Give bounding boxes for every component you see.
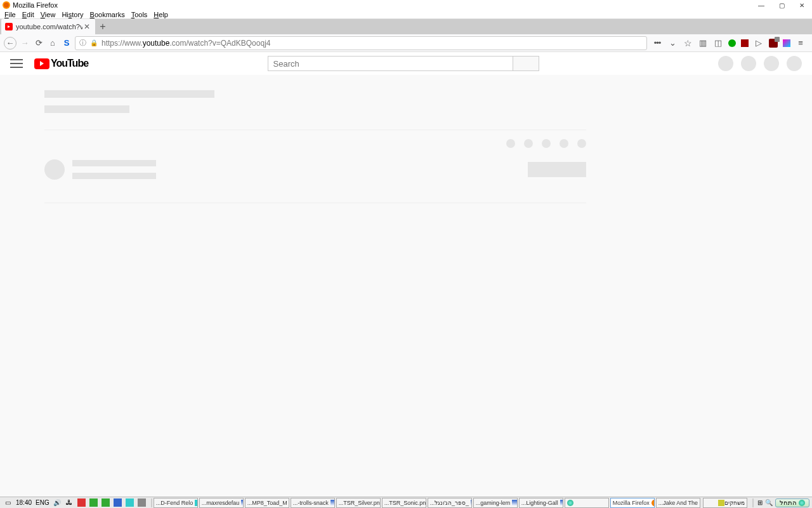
youtube-search-button[interactable] (513, 56, 539, 71)
extension-green-icon[interactable] (728, 39, 736, 47)
sidebar-icon[interactable]: ◫ (713, 38, 723, 48)
tray-clock[interactable]: 18:40 (16, 499, 32, 506)
taskbar-item[interactable]: ...TSR_Sonic.pn (382, 498, 426, 508)
divider (44, 203, 586, 203)
tabbar: youtube.com/watch?v=QAdK ✕ + (0, 19, 812, 34)
skeleton-circle (787, 56, 802, 71)
tray-language[interactable]: ENG (36, 499, 49, 506)
youtube-search (268, 56, 539, 71)
windows-taskbar: ▭ 18:40 ENG 🔊 🖧 ...D-Fend Relo ...maxres… (0, 497, 812, 508)
tray-icon[interactable] (89, 498, 98, 507)
tray-network-icon[interactable]: 🖧 (65, 498, 74, 507)
maximize-button[interactable]: ▢ (771, 0, 792, 10)
lock-icon: 🔒 (90, 39, 98, 46)
skeleton-avatar (44, 159, 65, 180)
menu-bookmarks[interactable]: Bookmarks (87, 11, 128, 18)
new-tab-button[interactable]: + (95, 19, 110, 34)
taskbar-item[interactable]: ...gaming-lem (473, 498, 518, 508)
menu-view[interactable]: View (37, 11, 59, 18)
menu-help[interactable]: Help (150, 11, 171, 18)
menu-file[interactable]: File (1, 11, 19, 18)
window-title: Mozilla Firefox (13, 1, 58, 9)
skeleton-action-dots (506, 139, 586, 148)
info-icon[interactable]: ⓘ (79, 38, 86, 48)
extension-s-icon[interactable]: S (61, 37, 72, 49)
taskbar-item[interactable]: ...D-Fend Relo (154, 498, 198, 508)
tray-icon[interactable] (138, 498, 146, 507)
skeleton-title (44, 90, 214, 98)
extension-red-icon[interactable] (741, 39, 749, 47)
taskview-icon[interactable]: ⊞ (757, 499, 763, 506)
menu-tools[interactable]: Tools (128, 11, 151, 18)
taskbar-item[interactable]: ...maxresdefau (199, 498, 244, 508)
taskbar-item[interactable]: ...MP8_Toad_M (245, 498, 289, 508)
taskbar-item[interactable]: ...Jake And The (656, 498, 700, 508)
youtube-logo[interactable]: YouTube (34, 58, 88, 69)
taskbar-item[interactable] (565, 498, 609, 508)
taskbar-item[interactable]: ...ספר_הג'ונגל_ (428, 498, 472, 508)
menubar: File Edit View History Bookmarks Tools H… (0, 10, 812, 19)
skeleton-subtitle (44, 105, 129, 113)
extension-color-icon[interactable] (783, 39, 790, 47)
bookmark-star-button[interactable]: ☆ (683, 38, 693, 48)
window-titlebar: Mozilla Firefox — ▢ ✕ (0, 0, 812, 10)
pocket-icon[interactable]: ⌄ (667, 38, 678, 48)
back-button[interactable]: ← (4, 37, 16, 50)
skeleton-circle (741, 56, 756, 71)
reload-button[interactable]: ⟳ (33, 37, 44, 49)
close-tab-button[interactable]: ✕ (82, 22, 91, 31)
youtube-header: YouTube (0, 52, 812, 75)
tab-title: youtube.com/watch?v=QAdK (16, 23, 82, 30)
close-window-button[interactable]: ✕ (792, 0, 812, 10)
tray-desktop-icon[interactable]: ▭ (4, 498, 12, 507)
youtube-favicon (5, 23, 13, 30)
taskbar-item[interactable]: ...-trolls-snack (291, 498, 335, 508)
ublock-icon[interactable] (769, 39, 778, 48)
library-icon[interactable]: ▥ (698, 38, 708, 48)
skeleton-circle (718, 56, 733, 71)
home-button[interactable]: ⌂ (47, 37, 58, 49)
start-label: התחל (780, 499, 797, 506)
skeleton-channel-name (72, 160, 156, 166)
youtube-content-area (0, 75, 812, 497)
skeleton-channel-meta (72, 173, 156, 179)
taskbar-item-firefox[interactable]: Mozilla Firefox (610, 498, 655, 508)
taskbar-item[interactable]: ...Lighting-Gall (519, 498, 563, 508)
system-tray: ▭ 18:40 ENG 🔊 🖧 (0, 498, 150, 507)
menu-edit[interactable]: Edit (19, 11, 37, 18)
quicklaunch-folder[interactable]: משחקים (703, 498, 747, 508)
start-orb-icon (799, 500, 805, 506)
taskbar-item[interactable]: ...TSR_Silver.pn (336, 498, 381, 508)
browser-tab[interactable]: youtube.com/watch?v=QAdK ✕ (1, 19, 95, 34)
address-bar[interactable]: ⓘ 🔒 https://www.youtube.com/watch?v=QAdK… (75, 36, 647, 50)
url-text: https://www.youtube.com/watch?v=QAdKBQoo… (102, 39, 643, 48)
youtube-search-input[interactable] (268, 56, 513, 71)
tray-icon[interactable] (126, 498, 134, 507)
tray-icon[interactable] (114, 498, 122, 507)
youtube-wordmark: YouTube (51, 58, 88, 69)
firefox-icon (3, 1, 10, 9)
start-button[interactable]: התחל (775, 498, 809, 507)
youtube-header-skeletons (718, 56, 802, 71)
youtube-play-icon (34, 58, 49, 69)
navigation-bar: ← → ⟳ ⌂ S ⓘ 🔒 https://www.youtube.com/wa… (0, 34, 812, 52)
tray-av-icon[interactable] (77, 498, 86, 507)
minimize-button[interactable]: — (751, 0, 771, 10)
firefox-menu-button[interactable]: ≡ (796, 38, 806, 48)
taskbar-items: ...D-Fend Relo ...maxresdefau ...MP8_Toa… (154, 497, 700, 508)
skeleton-subscribe-button (528, 162, 586, 177)
extension-play-icon[interactable]: ▷ (754, 38, 764, 48)
tray-icon[interactable] (102, 498, 110, 507)
search-icon[interactable]: 🔍 (765, 499, 773, 506)
menu-history[interactable]: History (58, 11, 86, 18)
tray-volume-icon[interactable]: 🔊 (53, 498, 62, 507)
skeleton-circle (764, 56, 779, 71)
forward-button[interactable]: → (19, 37, 30, 49)
page-actions-button[interactable]: ••• (652, 38, 662, 48)
youtube-menu-button[interactable] (10, 57, 23, 70)
